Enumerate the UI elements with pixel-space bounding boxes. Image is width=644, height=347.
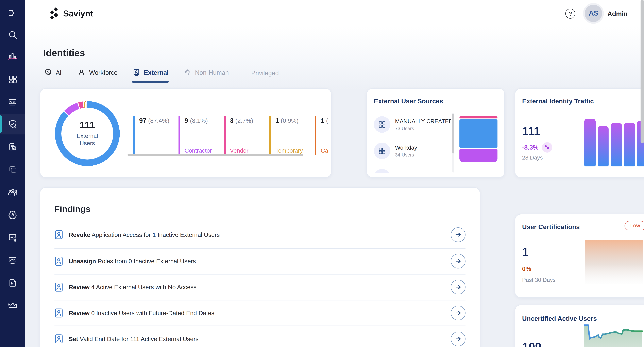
arrow-right-button[interactable] (451, 254, 466, 268)
finding-row[interactable]: Review 0 Inactive Users with Future-Date… (54, 300, 466, 326)
card-title: External Identity Traffic (522, 97, 594, 104)
page-title: Identities (43, 48, 85, 59)
horizontal-scrollbar[interactable] (128, 154, 304, 156)
robot-icon (184, 68, 192, 76)
top-header: Saviynt ? AS Admin (25, 0, 644, 27)
dashboard-icon[interactable] (0, 69, 25, 90)
user-badge-icon (54, 230, 63, 239)
legend-value: 3 (230, 117, 234, 124)
award-icon[interactable] (0, 204, 25, 225)
donut-legend: 97 (87.4%) 9 (8.1%) Contractor 3 (2.7%) … (133, 116, 332, 155)
help-icon[interactable]: ? (566, 8, 576, 18)
tab-non-human[interactable]: Non-Human (184, 68, 229, 82)
user-name: Admin (608, 10, 628, 17)
finding-text: Review 0 Inactive Users with Future-Date… (69, 310, 214, 316)
legend-value: 1 (321, 117, 324, 124)
finding-text: Review 4 Active External Users with No A… (69, 284, 196, 290)
tab-label: All (56, 69, 63, 76)
tab-bar: All Workforce External Non-Human Privile… (44, 68, 279, 82)
tab-label: Privileged (251, 70, 279, 76)
legend-value: 1 (275, 117, 279, 124)
copy-icon[interactable] (0, 159, 25, 180)
finding-row[interactable]: Unassign Roles from 0 Inactive External … (54, 248, 466, 274)
sidebar (0, 0, 25, 347)
legend-item: 1 (0.9%) Temporary (269, 116, 315, 155)
legend-pct: (8.1%) (190, 117, 208, 124)
list-item[interactable]: MANUALLY CREATED 73 Users (374, 113, 451, 136)
help-glyph: ? (569, 10, 572, 17)
analytics-icon[interactable] (0, 46, 25, 67)
finding-row[interactable]: Set Valid End Date for 111 Active Extern… (54, 326, 466, 347)
legend-label: Vendor (230, 148, 269, 154)
person-icon (77, 68, 86, 76)
findings-title: Findings (54, 204, 466, 214)
arrow-right-button[interactable] (451, 332, 466, 346)
brand-name: Saviynt (63, 8, 93, 18)
legend-label: Temporary (275, 148, 315, 154)
saviynt-logo-mark (50, 7, 60, 20)
legend-pct: (87.4%) (148, 117, 170, 124)
tab-label: External (144, 69, 169, 76)
arrow-right-button[interactable] (451, 227, 466, 242)
saviynt-dashboard: Saviynt ? AS Admin Identities All Workfo… (0, 0, 644, 347)
legend-item: 9 (8.1%) Contractor (178, 116, 224, 155)
list-item[interactable]: IceHRMS (374, 166, 451, 173)
finding-row[interactable]: Revoke Application Access for 1 Inactive… (54, 222, 466, 248)
source-users: 73 Users (395, 126, 451, 131)
page-scrollbar[interactable] (640, 0, 644, 347)
tab-all[interactable]: All (44, 68, 63, 82)
access-shield-icon[interactable] (0, 114, 25, 134)
id-card-icon[interactable] (0, 92, 25, 112)
user-badge-icon (54, 334, 63, 344)
monitor-icon[interactable] (0, 250, 25, 271)
list-scrollbar[interactable] (452, 113, 454, 172)
gear-person-icon (44, 68, 52, 76)
finding-row[interactable]: Review 4 Active External Users with No A… (54, 274, 466, 300)
external-user-sources-card: External User Sources MANUALLY CREATED 7… (366, 88, 505, 178)
avatar[interactable]: AS (585, 5, 602, 22)
legend-label: Ca (321, 148, 332, 154)
uncertified-line-chart (584, 321, 644, 347)
card-title: External User Sources (374, 97, 443, 104)
findings-list: Revoke Application Access for 1 Inactive… (54, 222, 466, 347)
certs-delta: 0% (522, 265, 531, 272)
external-identity-traffic-card: External Identity Traffic 111 -8.3% 28 D… (515, 88, 644, 178)
search-icon[interactable] (0, 24, 25, 45)
tab-workforce[interactable]: Workforce (77, 68, 118, 82)
user-badge-icon (54, 256, 63, 266)
user-badge-icon (54, 308, 63, 318)
uncertified-value: 109 (522, 341, 542, 347)
list-item[interactable]: Workday 34 Users (374, 139, 451, 162)
team-icon[interactable] (0, 182, 25, 203)
badge-person-icon (132, 68, 140, 76)
donut-total-label: External Users (72, 132, 102, 147)
certifications-area-chart (585, 238, 643, 284)
legend-pct: (0.9%) (281, 117, 299, 124)
arrow-right-button[interactable] (451, 306, 466, 320)
tab-label: Non-Human (195, 69, 229, 76)
external-users-summary-card: 111 External Users 97 (87.4%) 9 (8.1%) C… (40, 88, 332, 178)
tab-privileged[interactable]: Privileged (251, 70, 279, 82)
tab-external[interactable]: External (132, 68, 169, 82)
finding-text: Set Valid End Date for 111 Active Extern… (69, 335, 198, 342)
finding-text: Unassign Roles from 0 Inactive External … (69, 258, 196, 264)
traffic-delta: -8.3% (522, 144, 538, 151)
source-grid-icon (374, 169, 390, 173)
tasks-check-icon[interactable] (0, 136, 25, 157)
traffic-bar-chart (584, 119, 644, 166)
certificate-icon[interactable] (0, 227, 25, 248)
trend-down-icon (542, 142, 552, 152)
report-icon[interactable] (0, 272, 25, 293)
certs-value: 1 (522, 246, 528, 259)
external-users-donut-chart: 111 External Users (55, 101, 120, 166)
menu-icon[interactable] (0, 2, 25, 23)
crown-icon[interactable] (0, 295, 25, 316)
tab-label: Workforce (89, 69, 118, 76)
main-content: Identities All Workforce External Non-Hu… (25, 27, 644, 347)
traffic-value: 111 (522, 125, 540, 138)
scrollbar-thumb[interactable] (640, 0, 644, 143)
uncertified-active-users-card: Uncertified Active Users 109 -8.4% Past … (515, 305, 644, 347)
sources-stacked-bar-chart (460, 116, 498, 162)
legend-item: 97 (87.4%) (133, 116, 178, 155)
arrow-right-button[interactable] (451, 280, 466, 294)
